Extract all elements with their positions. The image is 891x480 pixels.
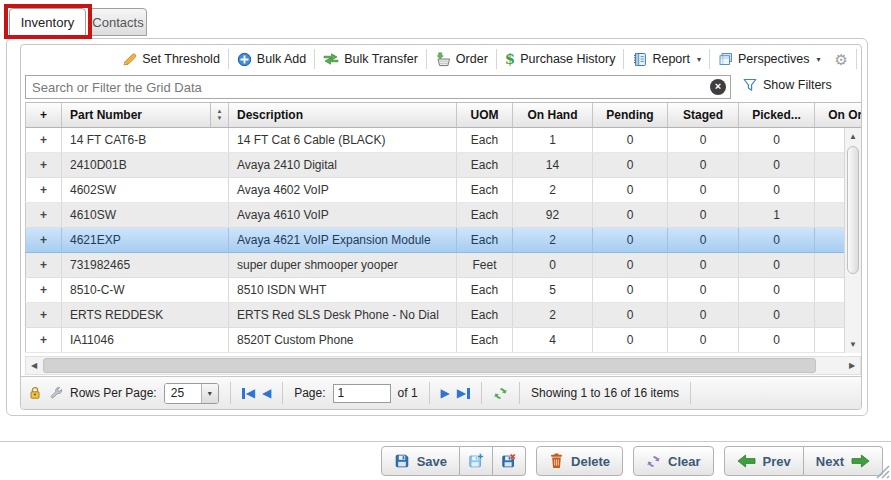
column-header-on-order[interactable]: On Order xyxy=(815,103,861,127)
scroll-down-icon[interactable]: ▼ xyxy=(845,337,861,352)
cell-description: Avaya 4621 VoIP Expansion Module xyxy=(229,228,457,252)
cell-staged: 0 xyxy=(668,228,739,252)
row-expand-button[interactable]: + xyxy=(25,203,62,227)
tab-contacts-label: Contacts xyxy=(92,15,143,30)
table-row[interactable]: +4602SWAvaya 4602 VoIPEach20000 xyxy=(25,178,861,203)
column-header-expand: + xyxy=(25,103,62,127)
column-header-staged[interactable]: Staged xyxy=(668,103,739,127)
next-button[interactable]: Next xyxy=(804,446,883,476)
row-expand-button[interactable]: + xyxy=(25,303,62,327)
page-input[interactable] xyxy=(333,384,391,403)
toolbar-separator xyxy=(623,49,624,69)
table-row[interactable]: +ERTS REDDESKERTS Red SLS Desk Phone - N… xyxy=(25,303,861,328)
first-page-button[interactable]: ◀ xyxy=(242,386,255,400)
rows-per-page-select[interactable]: 25 ▾ xyxy=(164,383,219,404)
search-input[interactable] xyxy=(26,76,704,98)
clear-refresh-icon xyxy=(646,454,661,469)
last-page-button[interactable]: ▶ xyxy=(457,386,470,400)
clear-search-icon[interactable]: × xyxy=(710,79,726,95)
cell-picked: 1 xyxy=(739,203,815,227)
prev-page-button[interactable]: ◀ xyxy=(262,386,271,400)
column-header-pending[interactable]: Pending xyxy=(593,103,668,127)
cell-description: Avaya 4602 VoIP xyxy=(229,178,457,202)
vertical-scroll-thumb[interactable] xyxy=(847,146,859,274)
save-and-close-button[interactable] xyxy=(493,446,526,476)
save-button[interactable]: Save xyxy=(381,446,460,476)
purchase-history-button[interactable]: $ Purchase History xyxy=(498,47,623,71)
horizontal-scrollbar[interactable]: ◀ ▶ xyxy=(25,356,861,375)
refresh-icon[interactable] xyxy=(493,386,508,401)
save-and-add-button[interactable] xyxy=(460,446,493,476)
sort-icon[interactable]: ▲ ▼ xyxy=(210,103,228,127)
table-row[interactable]: +8510-C-W8510 ISDN WHTEach50000 xyxy=(25,278,861,303)
report-button[interactable]: Report ▾ xyxy=(625,47,708,71)
cell-pending: 0 xyxy=(593,153,668,177)
column-header-uom[interactable]: UOM xyxy=(457,103,513,127)
cell-picked: 0 xyxy=(739,303,815,327)
page-label: Page: xyxy=(294,386,325,400)
table-row[interactable]: +14 FT CAT6-B14 FT Cat 6 Cable (BLACK)Ea… xyxy=(25,128,861,153)
bulk-transfer-button[interactable]: Bulk Transfer xyxy=(316,47,425,71)
page-of-label: of 1 xyxy=(398,386,418,400)
table-row[interactable]: +4610SWAvaya 4610 VoIPEach920010 xyxy=(25,203,861,228)
horizontal-scroll-thumb[interactable] xyxy=(43,358,816,373)
resize-grip-icon[interactable] xyxy=(873,462,890,479)
clear-button[interactable]: Clear xyxy=(633,446,714,476)
cell-pending: 0 xyxy=(593,253,668,277)
column-header-on-hand[interactable]: On Hand xyxy=(513,103,593,127)
row-expand-button[interactable]: + xyxy=(25,128,62,152)
cell-pending: 0 xyxy=(593,328,668,352)
show-filters-button[interactable]: Show Filters xyxy=(743,78,832,92)
prev-button[interactable]: Prev xyxy=(724,446,804,476)
bulk-add-button[interactable]: Bulk Add xyxy=(230,47,313,71)
cell-description: Avaya 4610 VoIP xyxy=(229,203,457,227)
pager-separator xyxy=(690,382,691,404)
cell-staged: 0 xyxy=(668,203,739,227)
column-header-picked[interactable]: Picked... xyxy=(739,103,815,127)
scroll-up-icon[interactable]: ▲ xyxy=(845,129,861,144)
table-row[interactable]: +2410D01BAvaya 2410 DigitalEach140000 xyxy=(25,153,861,178)
row-expand-button[interactable]: + xyxy=(25,153,62,177)
cell-uom: Each xyxy=(457,178,513,202)
table-row[interactable]: +4621EXPAvaya 4621 VoIP Expansion Module… xyxy=(25,228,861,253)
column-header-part-number[interactable]: Part Number ▲ ▼ xyxy=(62,103,229,127)
row-expand-button[interactable]: + xyxy=(25,178,62,202)
grid-settings-button[interactable]: ⚙ xyxy=(828,47,855,71)
column-header-description[interactable]: Description xyxy=(229,103,457,127)
next-page-button[interactable]: ▶ xyxy=(441,386,450,400)
set-threshold-button[interactable]: Set Threshold xyxy=(115,47,227,71)
prev-next-group: Prev Next xyxy=(724,446,883,476)
pager-summary: Showing 1 to 16 of 16 items xyxy=(531,386,679,400)
cell-part-number: 731982465 xyxy=(62,253,229,277)
vertical-scrollbar[interactable]: ▲ ▼ xyxy=(844,128,861,353)
row-expand-button[interactable]: + xyxy=(25,278,62,302)
tab-contacts[interactable]: Contacts xyxy=(89,8,147,36)
arrow-right-icon xyxy=(851,454,870,468)
row-expand-button[interactable]: + xyxy=(25,228,62,252)
row-expand-button[interactable]: + xyxy=(25,253,62,277)
pager-bar: Rows Per Page: 25 ▾ ◀ ◀ Page: of 1 ▶ ▶ S… xyxy=(21,376,861,409)
order-button[interactable]: Order xyxy=(428,47,495,71)
cell-description: Avaya 2410 Digital xyxy=(229,153,457,177)
cell-on-hand: 2 xyxy=(513,303,593,327)
table-row[interactable]: +IA110468520T Custom PhoneEach40000 xyxy=(25,328,861,353)
row-expand-button[interactable]: + xyxy=(25,328,62,352)
pager-separator xyxy=(230,382,231,404)
scroll-right-icon[interactable]: ▶ xyxy=(844,357,860,374)
cell-on-hand: 2 xyxy=(513,178,593,202)
table-row[interactable]: +731982465super duper shmooper yooperFee… xyxy=(25,253,861,278)
cell-description: 8520T Custom Phone xyxy=(229,328,457,352)
scroll-left-icon[interactable]: ◀ xyxy=(26,357,42,374)
pager-separator xyxy=(429,382,430,404)
gear-icon: ⚙ xyxy=(835,52,848,67)
cell-pending: 0 xyxy=(593,278,668,302)
save-x-icon xyxy=(501,453,517,469)
delete-button[interactable]: Delete xyxy=(536,446,623,476)
report-icon xyxy=(632,52,647,67)
lock-icon[interactable] xyxy=(28,386,42,400)
cell-picked: 0 xyxy=(739,178,815,202)
settings-wrench-icon[interactable] xyxy=(49,386,63,400)
cell-staged: 0 xyxy=(668,128,739,152)
plus-circle-icon xyxy=(237,52,252,67)
perspectives-button[interactable]: Perspectives ▾ xyxy=(711,47,828,71)
